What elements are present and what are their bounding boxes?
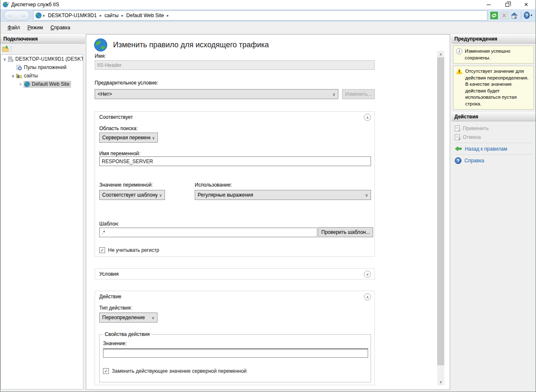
using-value: Регулярные выражения — [198, 192, 363, 198]
expand-section-icon[interactable]: ∨ — [364, 271, 371, 278]
chevron-down-icon: ∨ — [159, 193, 162, 197]
home-icon[interactable] — [510, 11, 518, 20]
scroll-down-icon[interactable]: ∨ — [437, 378, 444, 385]
tree-item-label: Пулы приложений — [24, 64, 67, 70]
pattern-label: Шаблон: — [99, 221, 119, 227]
breadcrumb-server[interactable]: DESKTOP-U1MK9D1 — [48, 13, 97, 18]
selected-tree-item[interactable]: Default Web Site — [23, 81, 71, 88]
tree-item-app-pools[interactable]: Пулы приложений — [1, 63, 83, 72]
precondition-select[interactable]: <Нет> ∨ — [95, 89, 338, 99]
help-icon: ? — [455, 157, 461, 164]
name-label: Имя: — [95, 53, 106, 59]
value-label: Значение: — [103, 341, 127, 346]
tree-item-server[interactable]: ∨ DESKTOP-U1MK9D1 (DESKTOP — [1, 55, 83, 63]
back-to-rules-link[interactable]: Назад к правилам — [455, 144, 536, 153]
action-section: Действие ∧ Тип действия: Переопределение… — [95, 291, 375, 385]
sites-folder-icon — [16, 73, 22, 79]
stop-icon — [500, 11, 508, 20]
tree-item-label: DESKTOP-U1MK9D1 (DESKTOP — [15, 56, 83, 62]
help-link[interactable]: ? Справка — [455, 156, 536, 165]
variable-value-label: Значение переменной: — [99, 182, 153, 188]
variable-name-input[interactable] — [99, 156, 371, 166]
menu-file[interactable]: Файл — [4, 23, 24, 32]
action-type-label: Тип действия: — [99, 305, 132, 311]
vertical-scrollbar[interactable]: ∧ ∨ — [437, 51, 444, 385]
actions-divider — [456, 154, 533, 155]
breadcrumb[interactable]: ▸ DESKTOP-U1MK9D1 ▸ сайты ▸ Default Web … — [33, 10, 487, 20]
server-icon — [8, 56, 14, 62]
save-connection-icon[interactable] — [2, 46, 9, 52]
help-icon[interactable]: ?▾ — [524, 11, 532, 20]
scroll-up-icon[interactable]: ∧ — [437, 51, 444, 58]
apply-action: ✓ Применить — [455, 124, 536, 133]
page-globe-icon — [94, 38, 108, 52]
scope-select[interactable]: Серверная переменн ∨ — [99, 133, 158, 143]
action-properties-group: Свойства действия Значение: ✓ Заменить д… — [99, 334, 371, 382]
conditions-section-title: Условия — [99, 271, 119, 277]
pattern-input[interactable] — [99, 228, 317, 237]
ignore-case-checkline: ✓ Не учитывать регистр — [99, 247, 159, 253]
forward-icon[interactable]: → — [21, 12, 26, 18]
chevron-down-icon[interactable]: ∨ — [10, 74, 16, 78]
info-alert: i Изменения успешно сохранены. — [453, 46, 534, 64]
cancel-action: ✕ Отмена — [455, 133, 536, 141]
close-button[interactable]: ✕ — [517, 0, 536, 9]
scope-label: Область поиска: — [99, 126, 138, 131]
navigation-buttons: ← → — [4, 10, 30, 20]
using-select[interactable]: Регулярные выражения ∨ — [195, 190, 371, 200]
actions-header: Действия — [451, 112, 536, 121]
breadcrumb-site[interactable]: Default Web Site — [126, 13, 164, 18]
action-type-select[interactable]: Переопределение ∨ — [99, 313, 157, 323]
menu-help[interactable]: Справка — [47, 23, 74, 32]
help-label: Справка — [464, 158, 484, 164]
precondition-label: Предварительное условие: — [95, 80, 158, 86]
value-input[interactable] — [103, 348, 368, 358]
apply-label: Применить — [463, 126, 489, 131]
chevron-down-icon[interactable]: ∨ — [2, 57, 8, 61]
action-type-value: Переопределение — [102, 315, 150, 320]
actions-divider — [456, 143, 533, 143]
info-alert-text: Изменения успешно сохранены. — [465, 48, 531, 61]
toolbar-divider — [521, 12, 521, 19]
replace-checkbox[interactable]: ✓ — [103, 368, 109, 374]
scrollbar-thumb[interactable] — [437, 57, 444, 365]
collapse-section-icon[interactable]: ∧ — [364, 293, 371, 300]
action-section-title: Действие — [99, 294, 121, 300]
tree-item-default-web-site[interactable]: > Default Web Site — [1, 80, 83, 88]
breadcrumb-sites[interactable]: сайты — [105, 13, 119, 18]
variable-name-label: Имя переменной: — [99, 151, 140, 156]
feature-page: Изменить правило для исходящего трафика … — [86, 34, 450, 390]
main-area: Подключения ∨ DESKTOP-U1MK9D1 (DESKTOP П… — [0, 33, 536, 392]
refresh-icon[interactable] — [490, 11, 498, 20]
chevron-down-icon: ∨ — [332, 92, 335, 97]
scope-value: Серверная переменн — [102, 135, 150, 141]
connections-tree: ∨ DESKTOP-U1MK9D1 (DESKTOP Пулы приложен… — [0, 54, 83, 389]
precondition-value: <Нет> — [98, 91, 331, 97]
apply-icon: ✓ — [455, 126, 460, 131]
match-section: Соответствует ∧ Область поиска: Серверна… — [95, 111, 375, 257]
back-icon[interactable]: ← — [8, 12, 13, 18]
breadcrumb-separator-icon: ▸ — [100, 13, 102, 18]
match-section-title: Соответствует — [99, 114, 133, 120]
chevron-right-icon[interactable]: > — [18, 82, 23, 87]
chevron-down-icon: ∨ — [152, 315, 155, 320]
variable-value-select[interactable]: Соответствует шаблону ∨ — [99, 190, 165, 200]
chevron-down-icon: ∨ — [365, 193, 368, 197]
chevron-down-icon: ∨ — [152, 136, 155, 140]
tree-item-sites[interactable]: ∨ сайты — [1, 72, 83, 80]
warning-icon — [456, 68, 463, 74]
collapse-section-icon[interactable]: ∧ — [364, 114, 371, 121]
back-arrow-icon — [455, 146, 462, 151]
right-panel: Предупреждения i Изменения успешно сохра… — [451, 34, 536, 392]
test-pattern-button[interactable]: Проверить шаблон... — [318, 227, 373, 237]
menu-view[interactable]: Режим — [24, 23, 47, 32]
minimize-button[interactable] — [479, 0, 498, 9]
using-label: Использование: — [195, 182, 232, 188]
menu-bar: Файл Режим Справка — [0, 22, 536, 33]
breadcrumb-separator-icon: ▸ — [121, 13, 124, 18]
app-pools-icon — [16, 64, 22, 71]
ignore-case-checkbox[interactable]: ✓ — [99, 247, 105, 253]
restore-button[interactable] — [498, 0, 517, 9]
site-globe-icon — [24, 81, 30, 87]
conditions-section: Условия ∨ — [95, 268, 375, 279]
